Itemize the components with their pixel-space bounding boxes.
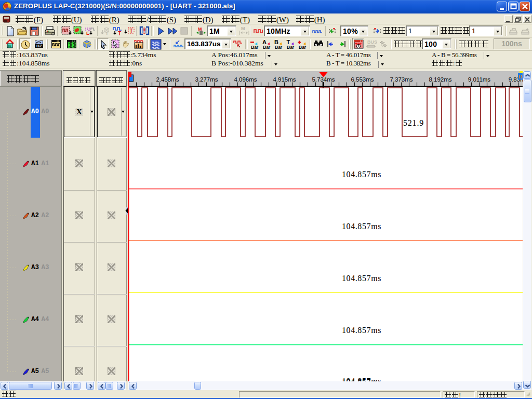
svg-text:5.734ms: 5.734ms <box>312 76 335 83</box>
svg-text:Bar: Bar <box>299 45 307 50</box>
svg-text:Bar: Bar <box>251 45 259 50</box>
svg-text:BUS: BUS <box>367 39 377 45</box>
svg-text:T: T <box>130 28 133 34</box>
svg-text:N: N <box>8 44 12 49</box>
svg-text:M: M <box>241 26 245 31</box>
svg-text:4.915ms: 4.915ms <box>273 76 296 83</box>
svg-text:7.373ms: 7.373ms <box>390 76 413 83</box>
svg-text:104.857ms: 104.857ms <box>342 170 381 179</box>
svg-text:HZ: HZ <box>36 44 42 48</box>
svg-text:6.553ms: 6.553ms <box>351 76 374 83</box>
svg-text:104.857ms: 104.857ms <box>342 274 381 283</box>
svg-text:E: E <box>86 31 89 36</box>
svg-text:3.277ms: 3.277ms <box>195 76 218 83</box>
svg-text:8.192ms: 8.192ms <box>429 76 451 83</box>
svg-text:Bar: Bar <box>263 45 271 50</box>
svg-text:Bar: Bar <box>287 45 295 50</box>
svg-text:521.9: 521.9 <box>403 118 424 127</box>
svg-text:9.011ms: 9.011ms <box>468 76 491 83</box>
svg-text:T: T <box>105 31 109 36</box>
svg-text:104.857ms: 104.857ms <box>342 326 381 335</box>
svg-text:104.857ms: 104.857ms <box>342 377 381 381</box>
svg-text:2.458ms: 2.458ms <box>156 76 179 83</box>
svg-text:Bar: Bar <box>275 45 283 50</box>
svg-text:D: D <box>518 74 522 79</box>
svg-text:104.857ms: 104.857ms <box>342 222 381 231</box>
svg-text:T: T <box>118 31 121 36</box>
svg-text:4.096ms: 4.096ms <box>234 76 257 83</box>
